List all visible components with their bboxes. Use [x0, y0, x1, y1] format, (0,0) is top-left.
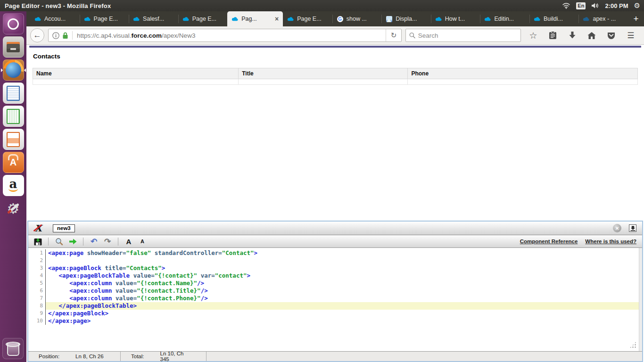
focused-indicator-icon	[22, 68, 26, 72]
pageblock-accent-bar	[29, 46, 641, 48]
session-gear-icon[interactable]: ⚙	[634, 1, 640, 10]
code-lines: 1<apex:page showHeader="false" standardC…	[28, 249, 642, 325]
browser-tab-8[interactable]: How t...	[431, 11, 480, 26]
code-text: </apex:page>	[46, 317, 642, 325]
font-decrease-button[interactable]: A	[138, 237, 147, 246]
component-reference-link[interactable]: Component Reference	[520, 239, 578, 244]
code-text: </apex:pageBlockTable>	[46, 302, 642, 310]
launcher-system-settings[interactable]	[3, 198, 24, 219]
font-increase-button[interactable]: A	[124, 237, 133, 246]
tab-close-icon[interactable]: ×	[275, 16, 279, 22]
bookmark-star-icon[interactable]: ☆	[527, 29, 540, 42]
line-number: 9	[28, 310, 46, 317]
undo-icon[interactable]: ↶	[89, 237, 99, 246]
salesforce-cloud-favicon-icon	[84, 16, 91, 22]
total-label: Total:	[121, 354, 144, 359]
downloads-icon[interactable]	[566, 29, 579, 42]
code-text: <apex:column value="{!contact.Title}"/>	[46, 287, 642, 295]
save-icon[interactable]	[33, 237, 42, 246]
search-icon	[409, 32, 415, 39]
salesforce-cloud-favicon-icon	[435, 16, 442, 22]
volume-icon[interactable]	[591, 2, 599, 9]
new-tab-button[interactable]: +	[628, 11, 644, 26]
launcher-libreoffice-impress[interactable]	[3, 129, 24, 150]
clock[interactable]: 2:00 PM	[605, 2, 628, 9]
tab-label: Accou...	[44, 16, 66, 22]
code-line-5[interactable]: 5 <apex:column value="{!contact.Name}"/>	[28, 280, 642, 287]
editor-close-icon[interactable]: ✕	[613, 224, 621, 232]
search-input[interactable]	[418, 32, 517, 39]
url-bar[interactable]: https://c.ap4.visual.force.com/apex/New3…	[48, 29, 402, 42]
empty-cell	[33, 79, 239, 85]
resize-grip-icon[interactable]	[629, 341, 636, 348]
wifi-icon[interactable]	[562, 2, 570, 9]
code-line-1[interactable]: 1<apex:page showHeader="false" standardC…	[28, 249, 642, 257]
browser-tab-0[interactable]: Accou...	[30, 11, 80, 26]
system-top-bar: Page Editor - new3 - Mozilla Firefox En …	[0, 0, 644, 11]
bookmarks-menu-icon[interactable]	[546, 29, 559, 42]
editor-collapse-icon[interactable]	[629, 224, 636, 232]
launcher-firefox[interactable]	[3, 59, 24, 81]
launcher-amazon[interactable]	[3, 175, 24, 196]
launcher-software-center[interactable]	[3, 152, 24, 173]
tab-label: Page E...	[192, 16, 216, 22]
browser-tab-9[interactable]: Editin...	[480, 11, 529, 26]
code-line-2[interactable]: 2	[28, 257, 642, 264]
line-number: 3	[28, 264, 46, 272]
browser-tab-10[interactable]: Buildi...	[529, 11, 579, 26]
browser-tab-7[interactable]: Displa...	[381, 11, 431, 26]
url-text[interactable]: https://c.ap4.visual.force.com/apex/New3	[73, 32, 386, 39]
empty-cell	[408, 79, 638, 85]
navigation-toolbar: ← https://c.ap4.visual.force.com/apex/Ne…	[26, 26, 644, 45]
hamburger-menu-icon[interactable]: ☰	[624, 29, 637, 42]
browser-tab-2[interactable]: Salesf...	[129, 11, 178, 26]
code-line-3[interactable]: 3<apex:pageBlock title="Contacts">	[28, 264, 642, 272]
keyboard-layout-indicator[interactable]: En	[576, 2, 586, 9]
browser-tab-4-active[interactable]: Pag...×	[227, 11, 283, 26]
editor-header: X new3 ✕	[28, 222, 642, 235]
goto-line-icon[interactable]	[68, 237, 77, 246]
salesforce-cloud-favicon-icon	[34, 16, 41, 22]
toolbar-buttons: ☆ ☰	[525, 29, 640, 42]
code-line-9[interactable]: 9</apex:pageBlock>	[28, 310, 642, 317]
editor-file-tab[interactable]: new3	[53, 224, 75, 232]
line-number: 2	[28, 257, 46, 264]
site-identity[interactable]	[49, 32, 72, 39]
launcher-file-manager[interactable]	[3, 36, 24, 58]
line-number: 4	[28, 272, 46, 280]
browser-tab-3[interactable]: Page E...	[178, 11, 228, 26]
mountain-favicon-icon	[386, 16, 393, 22]
code-line-10[interactable]: 10</apex:page>	[28, 317, 642, 325]
where-is-this-used-link[interactable]: Where is this used?	[585, 239, 636, 244]
code-line-7[interactable]: 7 <apex:column value="{!contact.Phone}"/…	[28, 295, 642, 302]
running-indicator-icon	[1, 68, 5, 72]
launcher-dash-home[interactable]	[3, 13, 24, 34]
back-button[interactable]: ←	[30, 28, 44, 42]
code-editor[interactable]: 1<apex:page showHeader="false" standardC…	[28, 248, 642, 351]
launcher-trash[interactable]	[2, 338, 24, 359]
code-line-4[interactable]: 4 <apex:pageBlockTable value="{!contact}…	[28, 272, 642, 280]
code-line-6[interactable]: 6 <apex:column value="{!contact.Title}"/…	[28, 287, 642, 295]
pageblock-title: Contacts	[33, 53, 644, 60]
launcher-libreoffice-writer[interactable]	[3, 82, 24, 104]
browser-tab-5[interactable]: Page E...	[283, 11, 332, 26]
system-tray: En 2:00 PM ⚙	[562, 1, 644, 10]
browser-tab-1[interactable]: Page E...	[80, 11, 129, 26]
browser-tab-6[interactable]: Gshow ...	[332, 11, 382, 26]
launcher-libreoffice-calc[interactable]	[3, 106, 24, 127]
total-value: Ln 10, Ch 345	[144, 351, 206, 362]
tab-label: show ...	[347, 16, 367, 22]
pocket-icon[interactable]	[605, 29, 618, 42]
empty-cell	[239, 79, 408, 85]
reload-button[interactable]: ↻	[386, 29, 401, 41]
redo-icon[interactable]: ↷	[103, 237, 112, 246]
editor-scrollbar[interactable]	[639, 248, 642, 351]
page-editor-panel: X new3 ✕ ↶ ↷ A A C	[27, 221, 643, 362]
browser-tab-11[interactable]: apex - ...	[578, 11, 628, 26]
search-bar[interactable]	[405, 29, 521, 42]
search-code-icon[interactable]	[54, 237, 64, 246]
code-line-8[interactable]: 8 </apex:pageBlockTable>	[28, 302, 642, 310]
tab-bar: Accou...Page E...Salesf...Page E...Pag..…	[26, 11, 644, 26]
line-number: 8	[28, 302, 46, 310]
home-icon[interactable]	[585, 29, 598, 42]
